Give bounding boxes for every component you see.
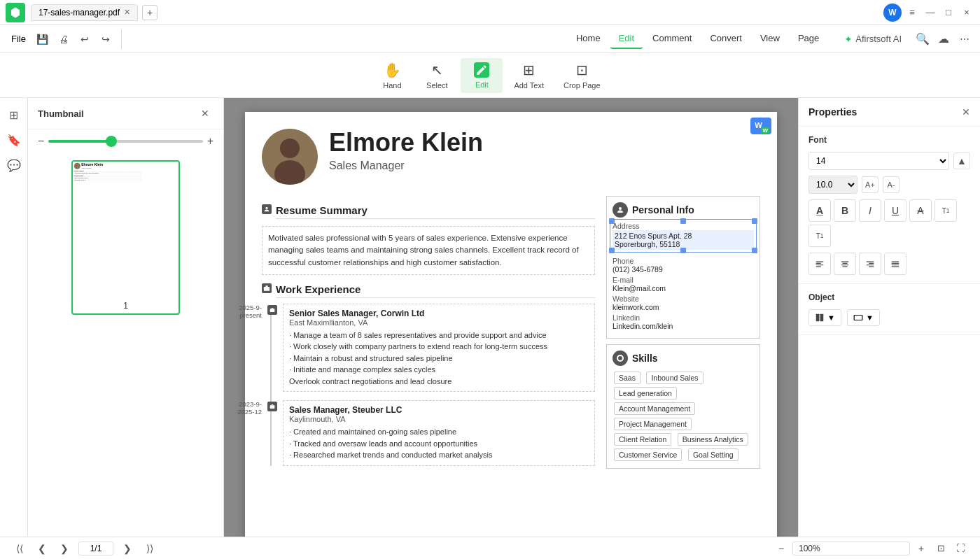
minimize-btn[interactable]: —	[923, 5, 938, 20]
nav-page[interactable]: Page	[790, 29, 827, 49]
print-btn[interactable]: 🖨	[54, 29, 74, 49]
svg-point-4	[265, 207, 267, 209]
zoom-slider[interactable]	[48, 140, 202, 143]
zoom-display[interactable]: 100%	[792, 542, 910, 556]
zoom-out-btn[interactable]: −	[38, 135, 44, 148]
work-bullet: · Work closely with company partners to …	[289, 341, 589, 353]
bookmark-icon[interactable]: 🔖	[3, 129, 25, 151]
align-justify-btn[interactable]	[884, 253, 906, 275]
align-center-btn[interactable]	[834, 253, 856, 275]
page-input[interactable]: 1/1	[78, 542, 113, 556]
prev-page-btn[interactable]: ❮	[34, 540, 50, 557]
font-name-row: 14 ▲	[808, 152, 970, 170]
skills-title: Skills	[632, 353, 658, 364]
align-row	[808, 253, 970, 275]
personal-info-header: Personal Info	[612, 202, 754, 218]
superscript-btn[interactable]: T1	[934, 199, 957, 222]
skills-icon	[612, 351, 628, 366]
ai-button[interactable]: ✦ Afirstsoft AI	[839, 31, 907, 48]
phone-label: Phone	[612, 257, 754, 265]
italic-btn[interactable]: I	[859, 199, 881, 222]
more-btn[interactable]: ⋯	[955, 29, 974, 49]
panel-title: Properties	[808, 106, 857, 118]
active-tab[interactable]: 17-sales-manager.pdf ✕	[31, 4, 138, 21]
properties-panel: Properties ✕ Font 14 ▲ 10.0 A+ A-	[798, 98, 980, 537]
font-color-btn[interactable]: A	[808, 199, 831, 222]
sidebar-close-btn[interactable]: ✕	[197, 105, 214, 122]
font-size-increase[interactable]: A+	[862, 176, 878, 193]
cloud-button[interactable]: ☁	[938, 32, 949, 45]
search-button[interactable]: 🔍	[913, 29, 932, 49]
strikethrough-btn[interactable]: A	[909, 199, 932, 222]
object-distribute-btn[interactable]: ▼	[847, 309, 880, 326]
close-btn[interactable]: ×	[959, 5, 974, 20]
maximize-btn[interactable]: □	[941, 5, 956, 20]
fullscreen-btn[interactable]: ⛶	[952, 540, 969, 557]
edit-tool[interactable]: Edit	[461, 58, 503, 93]
new-tab-btn[interactable]: +	[142, 5, 158, 20]
select-tool[interactable]: ↖ Select	[416, 57, 458, 94]
thumbnail-page-1[interactable]: Elmore Klein Sales Manager Resume Summar…	[71, 160, 180, 315]
align-right-btn[interactable]	[859, 253, 881, 275]
email-field: E-mail Klein@mail.com	[612, 276, 754, 292]
font-size-up[interactable]: ▲	[953, 153, 970, 169]
menubar: File 💾 🖨 ↩ ↪ Home Edit Comment Convert V…	[0, 25, 980, 53]
skill-tag: Business Analytics	[678, 433, 748, 446]
pages-icon[interactable]: ⊞	[3, 104, 25, 126]
work-location-1: East Maximllianton, VA	[289, 318, 589, 327]
zoom-out-main-btn[interactable]: −	[773, 540, 790, 557]
nav-edit[interactable]: Edit	[610, 29, 643, 49]
font-size-select[interactable]: 10.0	[808, 176, 858, 194]
menu-btn[interactable]: ≡	[904, 5, 920, 20]
hand-tool[interactable]: ✋ Hand	[371, 57, 413, 94]
undo-btn[interactable]: ↩	[75, 29, 94, 49]
phone-value: (012) 345-6789	[612, 265, 754, 274]
file-menu[interactable]: File	[6, 31, 31, 47]
summary-section-title: Resume Summary	[276, 204, 595, 219]
first-page-btn[interactable]: ⟨⟨	[11, 540, 28, 557]
resume-right-col: Personal Info	[606, 196, 760, 474]
thumbnail-image: Elmore Klein Sales Manager Resume Summar…	[73, 162, 180, 298]
underline-btn[interactable]: U	[884, 199, 906, 222]
font-section-title: Font	[808, 135, 970, 145]
zoom-in-main-btn[interactable]: +	[913, 540, 930, 557]
work-bullet: · Researched market trends and conducted…	[289, 449, 589, 461]
panel-close-btn[interactable]: ✕	[962, 106, 970, 118]
nav-home[interactable]: Home	[568, 29, 609, 49]
work-entry-1: 2025-9-present Senior Sales Manager, Cor…	[283, 304, 595, 392]
next-page-btn[interactable]: ❯	[119, 540, 136, 557]
nav-comment[interactable]: Comment	[644, 29, 700, 49]
hand-icon: ✋	[384, 62, 401, 78]
tab-close-btn[interactable]: ✕	[124, 8, 130, 17]
person-icon	[612, 202, 628, 218]
profile-photo	[262, 129, 318, 185]
resume-left-col: Resume Summary Motivated sales professio…	[262, 196, 595, 474]
font-name-select[interactable]: 14	[808, 152, 949, 170]
crop-tool[interactable]: ⊡ Crop Page	[555, 57, 609, 94]
subscript-btn[interactable]: T1	[808, 225, 831, 247]
resume-name-block: Elmore Klein Sales Manager	[329, 129, 760, 185]
object-align-btn[interactable]: ▼	[808, 309, 841, 326]
translate-icon[interactable]: W W	[750, 118, 771, 134]
pdf-area[interactable]: W W Elmore Klein Sales Manager	[224, 98, 798, 537]
nav-view[interactable]: View	[752, 29, 788, 49]
resume-name: Elmore Klein	[329, 129, 760, 157]
zoom-in-btn[interactable]: +	[207, 135, 214, 148]
work-bullet: · Manage a team of 8 sales representativ…	[289, 330, 589, 341]
comment-strip-icon[interactable]: 💬	[3, 154, 25, 176]
save-btn[interactable]: 💾	[33, 29, 52, 49]
thumbnail-sidebar: Thumbnail ✕ − + Elmore Klein	[28, 98, 224, 537]
font-size-decrease[interactable]: A-	[883, 176, 899, 193]
personal-info-box: Personal Info	[606, 196, 760, 339]
fit-page-btn[interactable]: ⊡	[932, 540, 949, 557]
work-entry-2: 2023-9-2025-12 Sales Manager, Steuber LL…	[283, 400, 595, 466]
last-page-btn[interactable]: ⟩⟩	[141, 540, 158, 557]
redo-btn[interactable]: ↪	[96, 29, 115, 49]
next-page-up-btn[interactable]: ❯	[56, 540, 73, 557]
svg-rect-9	[816, 314, 820, 322]
bold-btn[interactable]: B	[834, 199, 856, 222]
align-left-btn[interactable]	[808, 253, 831, 275]
nav-convert[interactable]: Convert	[701, 29, 750, 49]
add-text-tool[interactable]: ⊞ Add Text	[505, 57, 552, 94]
personal-info-title: Personal Info	[632, 204, 694, 215]
